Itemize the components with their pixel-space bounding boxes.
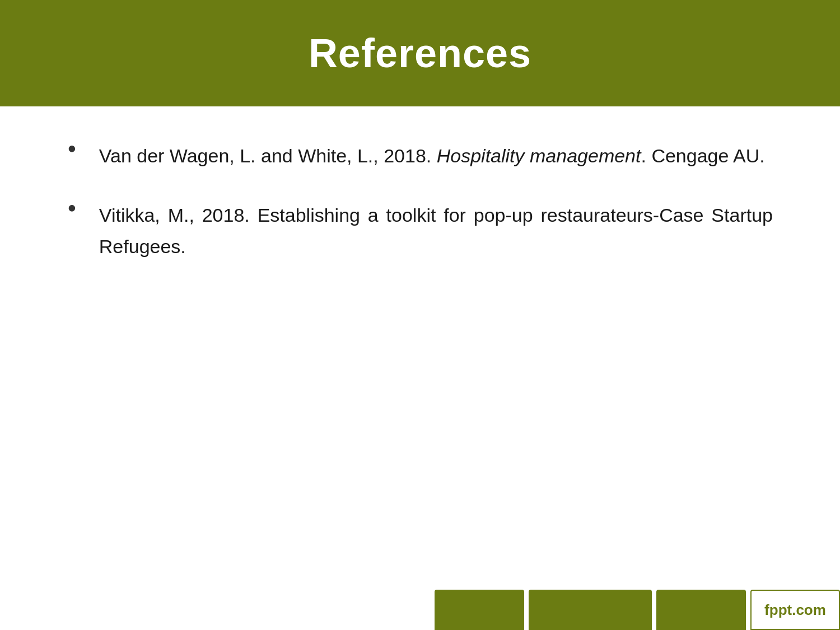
footer: fppt.com: [0, 580, 840, 630]
footer-decoration-block-2: [529, 590, 652, 630]
footer-decoration-block-3: [656, 590, 746, 630]
list-item: • Vitikka, M., 2018. Establishing a tool…: [67, 199, 773, 262]
footer-blocks: fppt.com: [435, 590, 840, 630]
reference-list: • Van der Wagen, L. and White, L., 2018.…: [67, 140, 773, 262]
header-banner: References: [0, 0, 840, 106]
reference-text-2: Vitikka, M., 2018. Establishing a toolki…: [99, 199, 773, 262]
page-title: References: [309, 30, 531, 76]
list-item: • Van der Wagen, L. and White, L., 2018.…: [67, 140, 773, 171]
reference-text-1: Van der Wagen, L. and White, L., 2018. H…: [99, 140, 765, 171]
bullet-icon: •: [67, 195, 77, 222]
slide: References • Van der Wagen, L. and White…: [0, 0, 840, 630]
footer-brand-block: fppt.com: [750, 590, 840, 630]
bullet-icon: •: [67, 136, 77, 162]
content-area: • Van der Wagen, L. and White, L., 2018.…: [0, 106, 840, 324]
footer-decoration-block-1: [435, 590, 524, 630]
footer-brand-text: fppt.com: [764, 601, 826, 619]
